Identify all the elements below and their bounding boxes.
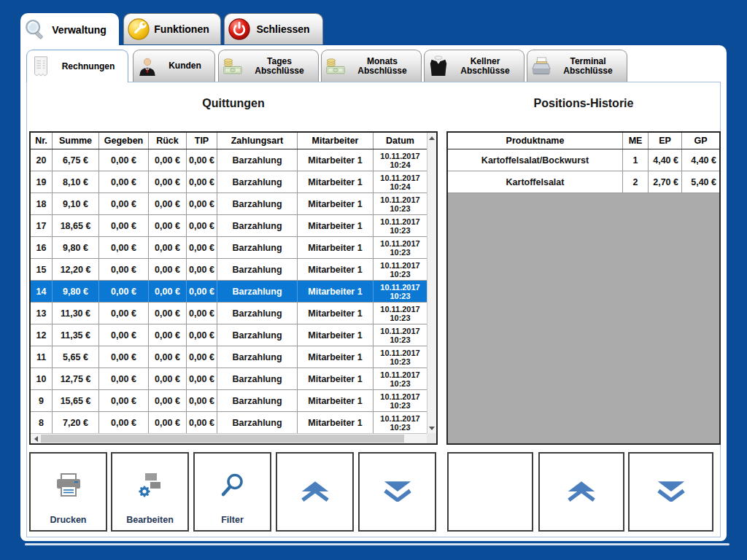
cell-tip: 0,00 € [187, 237, 217, 258]
column-header[interactable]: ME [623, 133, 649, 149]
position-row[interactable]: Kartoffelsalat/Bockwurst14,40 €4,40 € [448, 149, 719, 171]
cell-zahlungsart: Barzahlung [217, 281, 298, 302]
tab-kellner-abschluesse-label: KellnerAbschlüsse [452, 57, 524, 76]
filter-magnifier-icon [219, 472, 247, 502]
cell-produktname: Kartoffelsalat/Bockwurst [448, 149, 623, 171]
tab-schliessen[interactable]: Schliessen [224, 13, 323, 44]
edit-button[interactable]: Bearbeiten [111, 452, 189, 532]
cell-nr: 16 [31, 237, 53, 258]
receipt-row[interactable]: 149,80 €0,00 €0,00 €0,00 €BarzahlungMita… [31, 281, 427, 303]
column-header[interactable]: Rück [149, 133, 187, 149]
receipt-row[interactable]: 1718,65 €0,00 €0,00 €0,00 €BarzahlungMit… [31, 215, 427, 237]
column-header[interactable]: Zahlungsart [217, 133, 298, 149]
cell-me: 2 [623, 171, 649, 192]
cell-summe: 9,80 € [53, 237, 99, 258]
cell-zahlungsart: Barzahlung [217, 171, 298, 192]
tab-kunden-label: Kunden [161, 61, 214, 71]
cell-zahlungsart: Barzahlung [217, 412, 298, 433]
cell-summe: 11,35 € [53, 324, 99, 346]
money-icon [219, 57, 247, 76]
history-scroll-up-button[interactable] [538, 452, 624, 532]
tab-verwaltung[interactable]: Verwaltung [20, 13, 119, 46]
history-scroll-down-button[interactable] [628, 452, 713, 532]
horizontal-scroll-thumb[interactable] [41, 435, 404, 443]
scroll-down-arrow[interactable] [427, 423, 436, 433]
cell-mitarbeiter: Mitarbeiter 1 [298, 259, 374, 280]
receipts-vertical-scrollbar[interactable] [427, 133, 436, 433]
cell-mitarbeiter: Mitarbeiter 1 [298, 215, 374, 236]
tab-terminal-abschluesse[interactable]: TerminalAbschlüsse [527, 50, 627, 82]
scroll-up-arrow[interactable] [427, 133, 436, 143]
receipt-row[interactable]: 189,10 €0,00 €0,00 €0,00 €BarzahlungMita… [31, 193, 427, 215]
cell-rueck: 0,00 € [149, 412, 187, 433]
customer-icon [133, 56, 161, 77]
scroll-left-arrow[interactable] [31, 434, 41, 443]
cell-zahlungsart: Barzahlung [217, 346, 298, 368]
receipt-row[interactable]: 169,80 €0,00 €0,00 €0,00 €BarzahlungMita… [31, 237, 427, 259]
tab-rechnungen[interactable]: Rechnungen [26, 50, 128, 82]
cell-mitarbeiter: Mitarbeiter 1 [298, 390, 374, 411]
cell-mitarbeiter: Mitarbeiter 1 [298, 237, 374, 258]
receipt-row[interactable]: 1012,75 €0,00 €0,00 €0,00 €BarzahlungMit… [31, 368, 427, 390]
filter-button[interactable]: Filter [193, 452, 271, 532]
cell-datum: 10.11.201710:23 [374, 237, 427, 258]
cell-rueck: 0,00 € [149, 390, 187, 411]
cell-summe: 8,10 € [53, 171, 99, 192]
cell-summe: 6,75 € [53, 149, 99, 171]
receipt-row[interactable]: 1512,20 €0,00 €0,00 €0,00 €BarzahlungMit… [31, 259, 427, 281]
print-button-label: Drucken [31, 515, 106, 525]
receipt-row[interactable]: 915,65 €0,00 €0,00 €0,00 €BarzahlungMita… [31, 390, 427, 412]
cell-zahlungsart: Barzahlung [217, 324, 298, 346]
cell-rueck: 0,00 € [149, 346, 187, 368]
tab-monats-abschluesse[interactable]: MonatsAbschlüsse [321, 50, 422, 82]
cell-nr: 20 [31, 149, 53, 171]
waiter-icon [425, 55, 452, 77]
cell-gegeben: 0,00 € [99, 346, 149, 368]
receipts-scroll-up-button[interactable] [276, 452, 354, 532]
positions-table-header: ProduktnameMEEPGP [448, 133, 719, 149]
column-header[interactable]: GP [682, 133, 719, 149]
tab-kunden[interactable]: Kunden [133, 50, 215, 82]
power-icon [225, 18, 254, 41]
cell-gp: 4,40 € [682, 149, 719, 171]
cell-summe: 7,20 € [53, 412, 99, 433]
column-header[interactable]: Produktname [448, 133, 623, 149]
cell-gegeben: 0,00 € [99, 149, 149, 171]
tab-tages-abschluesse[interactable]: TagesAbschlüsse [218, 50, 319, 82]
receipts-table: Nr.SummeGegebenRückTIPZahlungsartMitarbe… [29, 131, 438, 445]
column-header[interactable]: EP [649, 133, 682, 149]
position-row[interactable]: Kartoffelsalat22,70 €5,40 € [448, 171, 719, 193]
empty-button[interactable] [447, 452, 533, 532]
double-chevron-down-icon [655, 480, 687, 505]
cell-zahlungsart: Barzahlung [217, 237, 298, 258]
receipt-row[interactable]: 1311,30 €0,00 €0,00 €0,00 €BarzahlungMit… [31, 303, 427, 324]
tab-funktionen[interactable]: Funktionen [123, 13, 221, 44]
cell-tip: 0,00 € [187, 303, 217, 324]
cell-summe: 12,75 € [53, 368, 99, 389]
column-header[interactable]: Gegeben [99, 133, 149, 149]
pos-admin-window: Verwaltung Funktionen [0, 0, 747, 560]
receipt-row[interactable]: 198,10 €0,00 €0,00 €0,00 €BarzahlungMita… [31, 171, 427, 193]
cell-datum: 10.11.201710:23 [374, 390, 427, 411]
column-header[interactable]: Summe [53, 133, 99, 149]
cell-summe: 15,65 € [53, 390, 99, 411]
receipt-row[interactable]: 206,75 €0,00 €0,00 €0,00 €BarzahlungMita… [31, 149, 427, 171]
column-header[interactable]: Datum [374, 133, 427, 149]
receipt-row[interactable]: 115,65 €0,00 €0,00 €0,00 €BarzahlungMita… [31, 346, 427, 368]
column-header[interactable]: TIP [187, 133, 217, 149]
receipts-horizontal-scrollbar[interactable] [31, 433, 436, 443]
cell-produktname: Kartoffelsalat [448, 171, 623, 192]
receipts-scroll-down-button[interactable] [358, 452, 436, 532]
cell-summe: 5,65 € [53, 346, 99, 368]
receipt-row[interactable]: 87,20 €0,00 €0,00 €0,00 €BarzahlungMitar… [31, 412, 427, 433]
receipt-row[interactable]: 1211,35 €0,00 €0,00 €0,00 €BarzahlungMit… [31, 324, 427, 346]
column-header[interactable]: Mitarbeiter [298, 133, 374, 149]
cell-summe: 9,80 € [53, 281, 99, 302]
print-button[interactable]: Drucken [29, 452, 107, 532]
column-header[interactable]: Nr. [31, 133, 53, 149]
cell-nr: 10 [31, 368, 53, 389]
cell-nr: 11 [31, 346, 53, 368]
positions-history-table: ProduktnameMEEPGP Kartoffelsalat/Bockwur… [446, 131, 721, 445]
tab-kellner-abschluesse[interactable]: KellnerAbschlüsse [424, 50, 525, 82]
cell-datum: 10.11.201710:23 [374, 412, 427, 433]
